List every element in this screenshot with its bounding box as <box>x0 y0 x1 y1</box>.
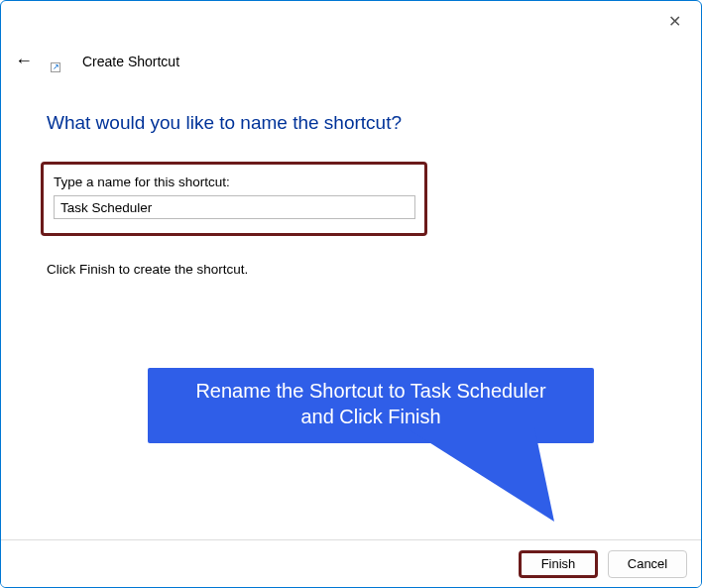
shortcut-overlay-icon: ↗ <box>51 62 60 72</box>
back-arrow-icon[interactable]: ← <box>15 51 33 71</box>
titlebar: ← ↗ Create Shortcut <box>15 51 179 71</box>
close-icon[interactable]: ✕ <box>665 13 683 31</box>
content-area: What would you like to name the shortcut… <box>47 112 655 277</box>
footer-buttons: Finish Cancel <box>1 539 701 587</box>
annotation-callout: Rename the Shortcut to Task Scheduler an… <box>148 368 594 546</box>
shortcut-file-icon: ↗ <box>51 53 68 70</box>
cancel-button[interactable]: Cancel <box>608 550 687 578</box>
shortcut-name-input[interactable] <box>54 195 415 219</box>
window-title: Create Shortcut <box>82 54 179 69</box>
page-heading: What would you like to name the shortcut… <box>47 112 655 134</box>
svg-marker-0 <box>406 427 554 522</box>
instruction-text: Click Finish to create the shortcut. <box>47 262 655 277</box>
finish-button[interactable]: Finish <box>519 550 598 578</box>
callout-line1: Rename the Shortcut to Task Scheduler <box>164 378 578 404</box>
name-input-group: Type a name for this shortcut: <box>41 162 427 236</box>
input-label: Type a name for this shortcut: <box>54 175 414 189</box>
callout-arrow-icon <box>406 422 604 541</box>
